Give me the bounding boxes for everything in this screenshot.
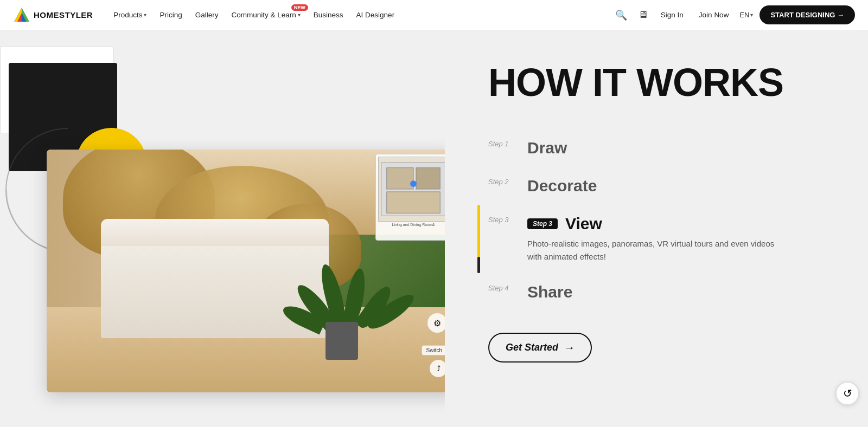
svg-point-8 [410, 180, 417, 187]
search-button[interactable]: 🔍 [613, 7, 629, 23]
get-started-button[interactable]: Get Started → [488, 333, 592, 363]
section-title: HOW IT WORKS [488, 63, 825, 102]
step-4-label: Step 4 [488, 283, 516, 292]
minimap-label: Living and Dining Room& [378, 223, 449, 227]
step-1-header: Draw [527, 139, 567, 157]
navbar: HOMESTYLER Products ▾ Pricing Gallery Co… [0, 0, 868, 30]
room-image: Living and Dining Room& ⚙ Switch ⤴ [47, 150, 456, 392]
nav-right: 🔍 🖥 Sign In Join Now EN ▾ START DESIGNIN… [613, 5, 855, 24]
step-4-content: Share [527, 283, 572, 301]
feedback-button[interactable]: ↺ [835, 381, 859, 405]
minimap-svg [379, 157, 448, 221]
device-icon-button[interactable]: 🖥 [636, 7, 650, 23]
step-1-content: Draw [527, 139, 567, 157]
nav-business[interactable]: Business [308, 8, 349, 22]
step-1-label: Step 1 [488, 139, 516, 148]
step-4-name: Share [527, 283, 572, 301]
chevron-down-icon-lang: ▾ [750, 12, 753, 18]
step-2-name: Decorate [527, 177, 597, 195]
language-button[interactable]: EN ▾ [739, 11, 753, 19]
switch-button[interactable]: Switch [422, 345, 447, 355]
svg-rect-6 [416, 168, 440, 189]
step-3-description: Photo-realistic images, panoramas, VR vi… [527, 237, 777, 263]
active-indicator-bottom [477, 257, 480, 273]
step-2-content: Decorate [527, 177, 597, 195]
plant-pot [326, 322, 358, 360]
nav-community[interactable]: Community & Learn NEW ▾ [226, 8, 306, 22]
room-image-panel: Living and Dining Room& ⚙ Switch ⤴ [47, 150, 456, 392]
step-3-row[interactable]: Step 3 Step 3 View Photo-realistic image… [488, 205, 825, 273]
chevron-down-icon: ▾ [144, 12, 146, 18]
step-2-label: Step 2 [488, 177, 516, 186]
how-it-works-section: HOW IT WORKS Step 1 Draw Step 2 Decorate [445, 30, 868, 427]
step-3-badge: Step 3 [527, 218, 558, 229]
brand-name: HOMESTYLER [34, 10, 93, 20]
step-3-name: View [565, 215, 602, 233]
join-now-button[interactable]: Join Now [694, 9, 733, 21]
minimap-map [378, 157, 449, 222]
new-badge: NEW [291, 4, 308, 11]
step-2-header: Decorate [527, 177, 597, 195]
nav-products[interactable]: Products ▾ [108, 8, 152, 22]
step-3-label: Step 3 [488, 215, 516, 224]
step-1-row[interactable]: Step 1 Draw [488, 129, 825, 167]
nav-links: Products ▾ Pricing Gallery Community & L… [108, 8, 400, 22]
step-3-content: Step 3 View Photo-realistic images, pano… [527, 215, 777, 263]
minimap: Living and Dining Room& [375, 154, 451, 241]
deco-white-rect [0, 47, 114, 133]
main-content: Living and Dining Room& ⚙ Switch ⤴ HOW I… [0, 30, 868, 427]
settings-button[interactable]: ⚙ [427, 313, 447, 333]
step-3-header: Step 3 View [527, 215, 777, 233]
step-4-header: Share [527, 283, 572, 301]
steps-list: Step 1 Draw Step 2 Decorate [488, 129, 825, 311]
step-2-row[interactable]: Step 2 Decorate [488, 167, 825, 205]
nav-pricing[interactable]: Pricing [154, 8, 187, 22]
step-4-row[interactable]: Step 4 Share [488, 273, 825, 311]
chevron-down-icon-2: ▾ [298, 12, 301, 18]
nav-community-wrap: Community & Learn NEW ▾ [226, 8, 306, 22]
sign-in-button[interactable]: Sign In [656, 9, 688, 21]
nav-ai-designer[interactable]: AI Designer [351, 8, 400, 22]
logo-icon [13, 7, 30, 24]
step-1-name: Draw [527, 139, 567, 157]
svg-rect-7 [387, 192, 440, 213]
start-designing-button[interactable]: START DESIGNING → [760, 5, 855, 24]
nav-gallery[interactable]: Gallery [190, 8, 224, 22]
logo-link[interactable]: HOMESTYLER [13, 7, 93, 24]
arrow-right-icon: → [564, 341, 575, 354]
svg-rect-5 [387, 168, 413, 189]
feedback-icon: ↺ [843, 387, 852, 400]
